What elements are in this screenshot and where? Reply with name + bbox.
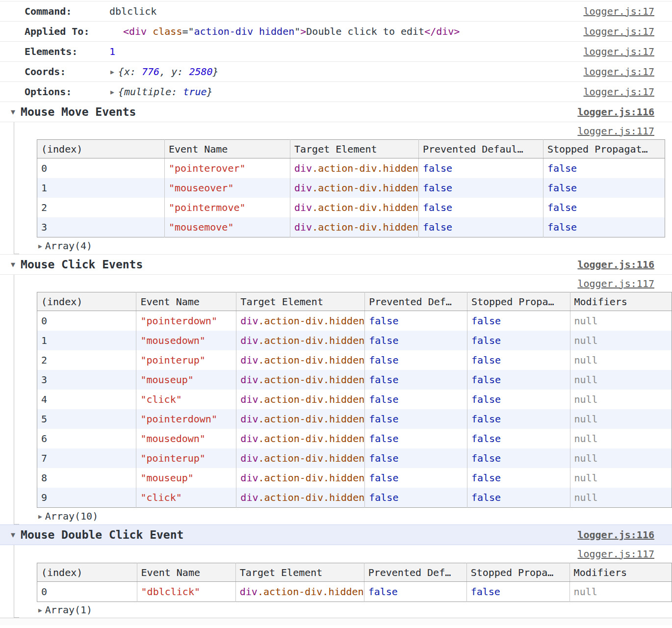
source-location-link[interactable]: logger.js:17 <box>584 86 655 98</box>
table-cell-bool: false <box>365 409 467 429</box>
expand-icon[interactable]: ▶ <box>110 88 114 96</box>
table-cell-index: 4 <box>37 390 136 409</box>
table-cell-null: null <box>570 311 672 331</box>
table-header-cell[interactable]: (index) <box>37 292 136 311</box>
expand-icon[interactable]: ▶ <box>38 513 42 520</box>
table-header-cell[interactable]: (index) <box>37 140 165 158</box>
value-token: true <box>183 86 207 98</box>
cell-value: "mouseover" <box>169 182 233 194</box>
expand-icon[interactable]: ▶ <box>110 68 114 76</box>
element-tag-token: div <box>294 202 312 213</box>
table-cell-bool: false <box>467 390 570 409</box>
value-token: y <box>171 66 177 78</box>
table-cell-element: div.action-div.hidden <box>236 331 365 350</box>
table-cell-bool: false <box>418 178 543 198</box>
element-class-token: .action-div.hidden <box>312 221 418 233</box>
table-header-cell[interactable]: Target Element <box>235 563 364 582</box>
cell-value: "pointerdown" <box>140 315 217 327</box>
console-group-header[interactable]: ▼Mouse Double Click Eventlogger.js:116 <box>0 524 672 545</box>
table-header-cell[interactable]: Target Element <box>290 140 419 158</box>
table-header-cell[interactable]: Stopped Propagat… <box>543 140 665 158</box>
table-cell-index: 0 <box>37 158 165 179</box>
table-cell-index: 2 <box>37 198 165 217</box>
expand-icon[interactable]: ▶ <box>38 606 42 614</box>
source-location-link[interactable]: logger.js:17 <box>584 66 655 78</box>
table-cell-bool: false <box>467 370 570 390</box>
table-row: 5"pointerdown"div.action-div.hiddenfalse… <box>37 409 672 429</box>
table-header-cell[interactable]: (index) <box>37 563 137 582</box>
group-end-tick <box>14 254 19 254</box>
table-cell-null: null <box>570 370 672 390</box>
collapse-icon[interactable]: ▼ <box>11 107 15 116</box>
table-header-cell[interactable]: Prevented Defaul… <box>418 140 543 158</box>
console-message-table-source: logger.js:117 <box>14 122 672 139</box>
cell-value: "mousedown" <box>140 433 205 445</box>
value-token: { <box>118 66 124 78</box>
table-cell-bool: false <box>543 158 665 179</box>
cell-value: 0 <box>41 315 47 327</box>
value-token: multiple <box>124 86 171 98</box>
collapse-icon[interactable]: ▼ <box>11 530 15 539</box>
table-cell-bool: false <box>467 350 570 370</box>
table-cell-bool: false <box>365 311 467 331</box>
group-content: logger.js:117(index)Event NameTarget Ele… <box>14 545 672 618</box>
table-header-cell[interactable]: Event Name <box>165 140 290 158</box>
source-location-link[interactable]: logger.js:117 <box>577 125 654 137</box>
table-header-cell[interactable]: Prevented Def… <box>364 563 466 582</box>
console-group-header[interactable]: ▼Mouse Click Eventslogger.js:116 <box>0 254 672 275</box>
cell-value: false <box>368 586 398 598</box>
table-header-cell[interactable]: Event Name <box>136 292 236 311</box>
element-tag-token: div <box>240 315 258 327</box>
table-cell-element: div.action-div.hidden <box>236 311 365 331</box>
group-title: Mouse Click Events <box>21 258 143 271</box>
table-head: (index)Event NameTarget ElementPrevented… <box>37 563 672 582</box>
element-class-token: .action-div.hidden <box>312 182 418 194</box>
source-location-link[interactable]: logger.js:17 <box>584 5 655 17</box>
table-cell-element: div.action-div.hidden <box>236 370 365 390</box>
cell-value: "mouseup" <box>140 374 193 386</box>
cell-value: "pointermove" <box>169 202 246 213</box>
element-class-token: .action-div.hidden <box>258 472 364 484</box>
source-location-link[interactable]: logger.js:17 <box>584 46 655 57</box>
source-location-link[interactable]: logger.js:117 <box>577 548 654 560</box>
collapse-icon[interactable]: ▼ <box>11 260 15 269</box>
table-cell-index: 2 <box>37 350 136 370</box>
source-location-link[interactable]: logger.js:116 <box>577 259 654 270</box>
element-tag-token: div <box>294 162 312 174</box>
table-cell-string: "pointerover" <box>165 158 290 179</box>
table-header-cell[interactable]: Modifiers <box>569 563 672 582</box>
value-token: Double click to edit <box>306 26 424 37</box>
table-cell-null: null <box>570 350 672 370</box>
source-location-link[interactable]: logger.js:117 <box>577 278 654 289</box>
table-header-cell[interactable]: Prevented Def… <box>365 292 467 311</box>
table-cell-bool: false <box>365 350 467 370</box>
element-class-token: .action-div.hidden <box>258 413 364 425</box>
value-token: } <box>207 86 212 98</box>
table-cell-index: 7 <box>37 448 136 468</box>
table-cell-bool: false <box>543 217 665 237</box>
console-group-header[interactable]: ▼Mouse Move Eventslogger.js:116 <box>0 102 672 122</box>
table-cell-string: "click" <box>136 390 236 409</box>
source-location-link[interactable]: logger.js:17 <box>584 26 655 37</box>
table-cell-string: "pointerdown" <box>136 409 236 429</box>
table-header-cell[interactable]: Stopped Propa… <box>466 563 569 582</box>
table-cell-bool: false <box>543 198 665 217</box>
value-token: , <box>159 66 171 78</box>
expand-icon[interactable]: ▶ <box>38 242 42 250</box>
table-cell-index: 0 <box>37 582 137 602</box>
table-cell-bool: false <box>543 178 665 198</box>
element-class-token: .action-div.hidden <box>258 374 364 386</box>
cell-value: 3 <box>41 221 47 233</box>
cell-value: null <box>574 413 598 425</box>
table-header-row: (index)Event NameTarget ElementPrevented… <box>37 140 665 158</box>
source-location-link[interactable]: logger.js:116 <box>577 529 654 541</box>
table-header-cell[interactable]: Modifiers <box>570 292 672 311</box>
table-header-cell[interactable]: Stopped Propa… <box>467 292 570 311</box>
table-cell-index: 9 <box>37 488 136 508</box>
source-location-link[interactable]: logger.js:116 <box>577 106 654 118</box>
table-header-cell[interactable]: Event Name <box>137 563 235 582</box>
element-class-token: .action-div.hidden <box>258 492 364 503</box>
table-cell-element: div.action-div.hidden <box>235 582 364 602</box>
table-header-cell[interactable]: Target Element <box>236 292 365 311</box>
cell-value: false <box>471 315 501 327</box>
